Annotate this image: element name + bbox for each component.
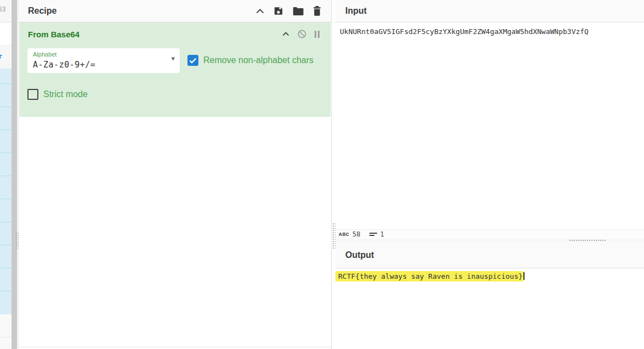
output-text-highlighted: RCTF{they always say Raven is inauspicio… — [335, 271, 523, 282]
text-cursor — [523, 272, 525, 280]
cyberchef-app: 63 ★ Recipe — [0, 0, 644, 349]
recipe-header-icons — [256, 6, 331, 16]
strict-mode-checkbox-row[interactable]: Strict mode — [27, 89, 88, 100]
operation-from-base64[interactable]: From Base64 Alphabet A-Za-z0-9+/= ▾ — [19, 22, 330, 117]
operations-sidebar-clipped: 63 ★ — [0, 0, 12, 349]
checkbox-checked-icon[interactable] — [187, 55, 198, 66]
collapse-recipe-icon[interactable] — [256, 9, 264, 14]
sidebar-scrollbar[interactable] — [12, 0, 17, 349]
operation-list-items-clipped[interactable] — [0, 69, 12, 314]
input-title: Input — [335, 6, 367, 16]
io-panel: Input UkNURnt0aGV5IGFsd2F5cyBzYXkgUmF2ZW… — [335, 0, 644, 349]
input-textarea[interactable]: UkNURnt0aGV5IGFsd2F5cyBzYXkgUmF2ZW4gaXMg… — [335, 23, 644, 229]
alphabet-value: A-Za-z0-9+/= — [33, 60, 95, 70]
sidebar-search-strip — [0, 22, 12, 46]
output-header: Output — [335, 242, 644, 268]
output-title: Output — [335, 250, 374, 260]
collapse-operation-icon[interactable] — [282, 32, 289, 36]
input-header: Input — [335, 0, 644, 22]
line-count-icon — [369, 233, 377, 236]
remove-non-alphabet-label: Remove non-alphabet chars — [203, 55, 314, 65]
sidebar-category-strip: ★ — [0, 46, 12, 69]
clear-recipe-trash-icon[interactable] — [313, 6, 321, 16]
sidebar-header-strip: 63 — [0, 0, 12, 22]
recipe-header: Recipe — [19, 0, 331, 22]
operation-count-badge: 63 — [0, 5, 5, 13]
favourites-star-icon: ★ — [0, 50, 3, 61]
chevron-down-icon[interactable]: ▾ — [171, 54, 175, 63]
char-count-icon: ᴀʙᴄ — [339, 232, 349, 237]
output-line: RCTF{they always say Raven is inauspicio… — [335, 272, 644, 282]
checkbox-unchecked-icon[interactable] — [27, 89, 38, 100]
alphabet-label: Alphabet — [33, 51, 56, 58]
alphabet-select[interactable]: Alphabet A-Za-z0-9+/= ▾ — [27, 48, 180, 73]
disable-operation-icon[interactable] — [298, 30, 306, 38]
recipe-title: Recipe — [19, 6, 56, 16]
char-count-value: 58 — [352, 231, 360, 238]
recipe-panel: Recipe — [19, 0, 332, 349]
input-status-bar: ᴀʙᴄ 58 1 — [335, 229, 644, 239]
remove-non-alphabet-checkbox-row[interactable]: Remove non-alphabet chars — [187, 55, 314, 66]
output-textarea[interactable]: RCTF{they always say Raven is inauspicio… — [335, 269, 644, 349]
breakpoint-pause-icon[interactable] — [315, 31, 320, 38]
save-recipe-icon[interactable] — [273, 6, 283, 16]
operation-name: From Base64 — [28, 30, 79, 39]
load-recipe-folder-icon[interactable] — [293, 7, 304, 16]
input-text: UkNURnt0aGV5IGFsd2F5cyBzYXkgUmF2ZW4gaXMg… — [340, 27, 640, 36]
sidebar-footer-strip — [0, 314, 12, 349]
operation-icons — [282, 30, 320, 38]
strict-mode-label: Strict mode — [43, 89, 88, 99]
line-count-value: 1 — [380, 231, 384, 238]
